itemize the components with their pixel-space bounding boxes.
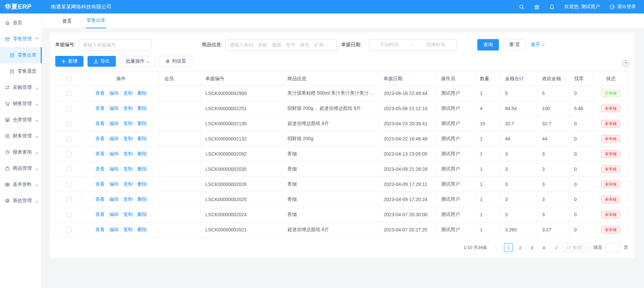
page-button-2[interactable]: 2 (516, 243, 524, 252)
row-checkbox[interactable] (66, 106, 71, 111)
view-link[interactable]: 查看 (95, 181, 105, 187)
delete-link[interactable]: 删除 (137, 181, 147, 187)
delete-link[interactable]: 删除 (137, 105, 147, 111)
row-checkbox[interactable] (66, 212, 71, 217)
sidebar-item-report-query[interactable]: 报表查询 (0, 144, 42, 160)
delete-link[interactable]: 删除 (137, 196, 147, 202)
copy-link[interactable]: 复制 (123, 227, 133, 232)
delete-link[interactable]: 删除 (137, 121, 147, 126)
status-badge: 未审核 (601, 150, 620, 158)
sidebar-item-system-management[interactable]: 系统管理 (0, 193, 42, 209)
reset-button[interactable]: 重 置 (503, 39, 526, 51)
logout-button[interactable]: 退出登录 (609, 4, 636, 10)
batch-actions-dropdown[interactable]: 批量操作 (120, 56, 155, 67)
copy-link[interactable]: 复制 (123, 105, 133, 111)
cell-change: 5.46 (569, 101, 593, 116)
link-separator: | (134, 105, 136, 111)
delete-link[interactable]: 删除 (137, 227, 147, 232)
goods-info-input[interactable] (226, 39, 337, 51)
row-checkbox[interactable] (66, 91, 71, 96)
view-link[interactable]: 查看 (95, 121, 105, 126)
view-link[interactable]: 查看 (95, 90, 105, 96)
sidebar-item-goods-management[interactable]: 商品管理 (0, 160, 42, 177)
delete-link[interactable]: 删除 (137, 166, 147, 171)
copy-link[interactable]: 复制 (123, 181, 133, 187)
column-settings-button[interactable]: 列设置 (159, 56, 192, 67)
copy-link[interactable]: 复制 (123, 121, 133, 126)
view-link[interactable]: 查看 (95, 166, 105, 171)
bill-no-input[interactable] (79, 39, 151, 51)
sidebar-item-home[interactable]: 首页 (0, 15, 42, 31)
edit-link[interactable]: 编辑 (109, 90, 119, 96)
edit-link[interactable]: 编辑 (109, 105, 119, 111)
page-size-select[interactable]: 10 条/页 (563, 243, 590, 252)
view-link[interactable]: 查看 (95, 212, 105, 217)
row-checkbox[interactable] (66, 152, 71, 157)
view-link[interactable]: 查看 (95, 151, 105, 156)
edit-link[interactable]: 编辑 (109, 121, 119, 126)
welcome-user[interactable]: 欢迎您, 测试用户 (564, 4, 600, 10)
delete-link[interactable]: 删除 (137, 90, 147, 96)
edit-link[interactable]: 编辑 (109, 196, 119, 202)
page-button-4[interactable]: 4 (539, 243, 548, 252)
edit-link[interactable]: 编辑 (109, 136, 119, 141)
notification-bell-icon[interactable] (549, 4, 555, 10)
cell-goods-info: 香烟 (282, 192, 379, 207)
page-button-3[interactable]: 3 (528, 243, 536, 252)
expand-link[interactable]: 展开 (531, 42, 544, 48)
select-all-checkbox[interactable] (66, 76, 71, 82)
expand-label: 展开 (531, 42, 540, 48)
sidebar-item-finance-management[interactable]: 财务管理 (0, 128, 42, 144)
copy-link[interactable]: 复制 (123, 90, 133, 96)
plus-icon (61, 59, 66, 64)
row-checkbox[interactable] (66, 167, 71, 172)
sidebar-item-purchase-management[interactable]: 采购管理 (0, 79, 42, 96)
view-link[interactable]: 查看 (95, 196, 105, 202)
row-checkbox[interactable] (66, 121, 71, 126)
platform-bank-icon[interactable] (534, 4, 540, 10)
page-button-1[interactable]: 1 (504, 243, 513, 252)
copy-link[interactable]: 复制 (123, 196, 133, 202)
edit-link[interactable]: 编辑 (109, 166, 119, 171)
edit-link[interactable]: 编辑 (109, 212, 119, 217)
copy-link[interactable]: 复制 (123, 212, 133, 217)
sidebar-item-retail-outbound[interactable]: 零售出库 (0, 47, 42, 63)
row-checkbox[interactable] (66, 227, 71, 232)
help-icon[interactable]: ? (622, 60, 629, 67)
sidebar-item-retail-management[interactable]: 零售管理 (0, 31, 42, 47)
delete-link[interactable]: 删除 (137, 151, 147, 156)
retail-shop-icon (5, 36, 10, 42)
copy-link[interactable]: 复制 (123, 136, 133, 141)
next-page-button[interactable] (551, 243, 560, 252)
sidebar-item-label: 财务管理 (13, 133, 32, 139)
logout-icon (609, 4, 615, 10)
sidebar-item-warehouse-management[interactable]: 仓库管理 (0, 112, 42, 128)
edit-link[interactable]: 编辑 (109, 181, 119, 187)
view-link[interactable]: 查看 (95, 227, 105, 232)
view-link[interactable]: 查看 (95, 136, 105, 141)
copy-link[interactable]: 复制 (123, 166, 133, 171)
sidebar-item-retail-return[interactable]: 零售退货 (0, 63, 42, 79)
row-checkbox[interactable] (66, 197, 71, 202)
view-link[interactable]: 查看 (95, 105, 105, 111)
search-icon[interactable] (519, 4, 524, 10)
sidebar-item-basic-data[interactable]: 基本资料 (0, 177, 42, 193)
edit-link[interactable]: 编辑 (109, 227, 119, 232)
tab-retail-outbound[interactable]: 零售出库 (86, 18, 106, 28)
search-button[interactable]: 查询 (477, 39, 499, 51)
row-checkbox[interactable] (66, 182, 71, 187)
add-button[interactable]: 新增 (55, 56, 83, 67)
tab-home[interactable]: 首页 (62, 18, 72, 28)
app-logo[interactable]: 华夏ERP (0, 2, 42, 11)
status-badge: 未审核 (601, 165, 620, 173)
date-range-picker[interactable]: 开始时间 ~ 结束时间 (369, 39, 456, 51)
jump-page-input[interactable] (605, 243, 621, 252)
prev-page-button[interactable] (492, 243, 501, 252)
sidebar-item-sales-management[interactable]: 销售管理 (0, 96, 42, 112)
export-button[interactable]: 导出 (88, 56, 116, 67)
delete-link[interactable]: 删除 (137, 136, 147, 141)
delete-link[interactable]: 删除 (137, 212, 147, 217)
row-checkbox[interactable] (66, 136, 71, 141)
edit-link[interactable]: 编辑 (109, 151, 119, 156)
copy-link[interactable]: 复制 (123, 151, 133, 156)
